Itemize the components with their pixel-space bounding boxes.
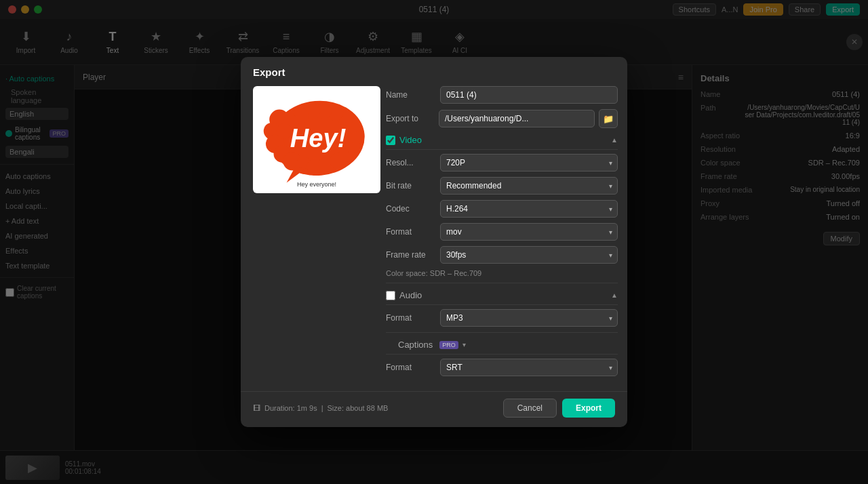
export-to-label: Export to: [386, 114, 435, 123]
film-icon: 🎞: [253, 404, 260, 412]
divider-1: [386, 283, 618, 283]
audio-section-title: Audio: [399, 290, 422, 300]
video-section-title: Video: [399, 135, 422, 145]
export-dialog-overlay: Export: [0, 0, 868, 484]
dialog-body: Hey! Hey everyone! Name Export to 📁: [241, 86, 627, 391]
audio-format-select[interactable]: MP3 AAC WAV: [440, 309, 618, 327]
video-section-header: Video ▲: [386, 135, 618, 150]
duration-label: Duration: 1m 9s: [264, 404, 317, 412]
folder-browse-button[interactable]: 📁: [599, 109, 618, 128]
captions-format-label: Format: [386, 363, 435, 372]
settings-column: Name Export to 📁 Video ▲: [376, 86, 627, 391]
cancel-button[interactable]: Cancel: [503, 399, 557, 418]
audio-enabled-checkbox[interactable]: [386, 291, 395, 300]
audio-format-select-wrapper: MP3 AAC WAV: [440, 309, 618, 327]
bitrate-select[interactable]: Recommended Low High: [440, 177, 618, 195]
bitrate-label: Bit rate: [386, 181, 435, 190]
captions-format-row: Format SRT VTT ASS: [386, 359, 618, 376]
captions-section-header: Captions PRO ▾: [386, 340, 618, 355]
framerate-row: Frame rate 24fps 25fps 30fps 60fps: [386, 246, 618, 264]
footer-separator: |: [321, 404, 323, 412]
bitrate-row: Bit rate Recommended Low High: [386, 177, 618, 195]
audio-section-header: Audio ▲: [386, 290, 618, 305]
resolution-label: Resol...: [386, 158, 435, 167]
captions-section-title: Captions: [398, 340, 433, 350]
captions-format-select[interactable]: SRT VTT ASS: [440, 359, 618, 376]
codec-select-wrapper: H.264 H.265 ProRes: [440, 200, 618, 218]
audio-format-row: Format MP3 AAC WAV: [386, 309, 618, 327]
audio-format-label: Format: [386, 313, 435, 323]
export-path-input[interactable]: [439, 110, 595, 127]
size-label: Size: about 88 MB: [328, 404, 389, 412]
resolution-select[interactable]: 720P 1080P 4K: [440, 154, 618, 172]
audio-section-arrow[interactable]: ▲: [611, 291, 618, 299]
dialog-footer: 🎞 Duration: 1m 9s | Size: about 88 MB Ca…: [241, 391, 627, 427]
preview-svg: Hey!: [253, 89, 380, 190]
framerate-select[interactable]: 24fps 25fps 30fps 60fps: [440, 246, 618, 264]
captions-pro-badge: PRO: [439, 341, 458, 349]
name-row: Name: [386, 86, 618, 104]
dialog-title: Export: [253, 66, 615, 78]
video-enabled-checkbox[interactable]: [386, 136, 395, 145]
name-input[interactable]: [440, 86, 618, 104]
folder-icon: 📁: [603, 114, 614, 124]
video-section-arrow[interactable]: ▲: [611, 136, 618, 144]
preview-caption: Hey everyone!: [297, 181, 336, 188]
dialog-header: Export: [241, 57, 627, 78]
framerate-select-wrapper: 24fps 25fps 30fps 60fps: [440, 246, 618, 264]
codec-label: Codec: [386, 204, 435, 214]
preview-image: Hey! Hey everyone!: [253, 86, 380, 193]
export-to-row: Export to 📁: [386, 109, 618, 128]
resolution-select-wrapper: 720P 1080P 4K: [440, 154, 618, 172]
captions-format-select-wrapper: SRT VTT ASS: [440, 359, 618, 376]
codec-select[interactable]: H.264 H.265 ProRes: [440, 200, 618, 218]
format-select-wrapper: mov mp4 avi: [440, 223, 618, 241]
name-label: Name: [386, 90, 435, 100]
divider-2: [386, 332, 618, 333]
codec-row: Codec H.264 H.265 ProRes: [386, 200, 618, 218]
format-label: Format: [386, 227, 435, 237]
preview-column: Hey! Hey everyone!: [241, 86, 376, 391]
export-dialog-button[interactable]: Export: [562, 399, 615, 418]
bitrate-select-wrapper: Recommended Low High: [440, 177, 618, 195]
svg-text:Hey!: Hey!: [290, 124, 347, 153]
color-space-text: Color space: SDR – Rec.709: [386, 269, 618, 277]
captions-section-arrow[interactable]: ▾: [462, 341, 466, 348]
footer-buttons: Cancel Export: [503, 399, 615, 418]
resolution-row: Resol... 720P 1080P 4K: [386, 154, 618, 172]
format-row: Format mov mp4 avi: [386, 223, 618, 241]
format-select[interactable]: mov mp4 avi: [440, 223, 618, 241]
framerate-label: Frame rate: [386, 250, 435, 260]
export-dialog: Export: [241, 57, 627, 427]
footer-info: 🎞 Duration: 1m 9s | Size: about 88 MB: [253, 404, 388, 412]
